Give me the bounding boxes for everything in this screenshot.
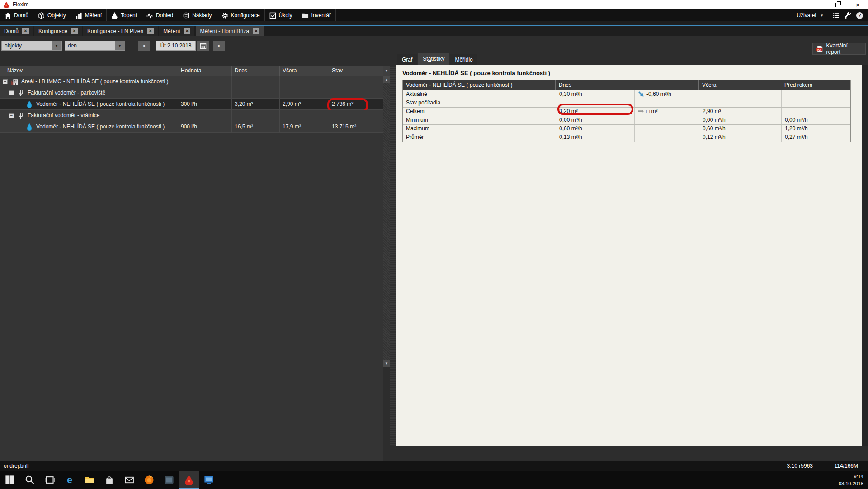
tab-close-icon[interactable]: × [147, 28, 154, 34]
cell-nazev: −Areál - LB IMMO - NEHLÍDÁ SE ( pouze ko… [0, 76, 178, 87]
menu-item-inventar[interactable]: Inventář [297, 9, 336, 21]
collapse-expander-icon[interactable]: − [9, 90, 14, 95]
calendar-icon [200, 43, 207, 49]
restore-button[interactable] [827, 0, 848, 9]
stats-column-header-trend [634, 80, 699, 90]
column-header-nazev[interactable]: Název [0, 66, 178, 76]
menu-item-topeni[interactable]: Topení [107, 9, 142, 21]
taskbar-app-store[interactable] [99, 471, 119, 489]
tab-close-icon[interactable]: × [71, 28, 78, 34]
column-header-vcera[interactable]: Včera [279, 66, 329, 76]
close-button[interactable]: × [848, 0, 868, 9]
user-menu[interactable]: Uživatel [797, 12, 816, 19]
stats-value: 0,13 m³/h [559, 134, 582, 140]
column-header-stav[interactable]: Stav [329, 66, 383, 76]
minimize-button[interactable] [807, 0, 827, 9]
menu-items: DomůObjektyMěřeníTopeníDohledNákladyKonf… [0, 9, 336, 21]
stats-dnes-value: 0,60 m³/h [556, 125, 634, 133]
taskbar-app-firefox[interactable] [139, 471, 159, 489]
tree-row-1[interactable]: −Fakturační vodoměr - parkoviště [0, 87, 383, 99]
stats-dnes-value: 0,30 m³/h [556, 90, 634, 99]
detail-tab-statistiky[interactable]: Statistiky [418, 53, 449, 65]
cell-value: 2,90 m³ [283, 99, 301, 110]
next-day-button[interactable]: ► [213, 41, 225, 51]
tree-node-label: Fakturační vodoměr - vrátnice [28, 110, 99, 121]
memory-usage: 114/166M [835, 463, 858, 469]
tab-konfigurace[interactable]: Konfigurace× [34, 26, 82, 36]
app-blue-icon [204, 475, 214, 485]
date-input[interactable]: Út 2.10.2018 [156, 41, 196, 51]
water-drop-icon [26, 101, 33, 108]
stats-vcera-value: 0,00 m³/h [699, 116, 781, 124]
minimize-icon [815, 5, 820, 5]
stats-value: 3,20 m³ [559, 108, 578, 114]
taskbar-app-flexim[interactable] [179, 471, 199, 489]
dropdown-arrow-icon[interactable]: ▼ [52, 41, 61, 50]
tree-row-2[interactable]: Vodoměr - NEHLÍDÁ SE ( pouze kontrola fu… [0, 99, 383, 110]
stats-trend [634, 116, 699, 124]
taskbar-app-edge[interactable]: e [60, 471, 80, 489]
dropdown-arrow-icon[interactable]: ▼ [115, 41, 125, 50]
svg-text:?: ? [858, 13, 861, 18]
stats-dnes-value: 3,20 m³ [556, 108, 634, 116]
detail-tab-meridlo[interactable]: Měřidlo [450, 54, 477, 65]
menu-item-objekty[interactable]: Objekty [33, 9, 71, 21]
menu-item-domu[interactable]: Domů [0, 9, 33, 21]
collapse-expander-icon[interactable]: − [3, 79, 8, 84]
collapse-expander-icon[interactable]: − [9, 113, 14, 118]
quarterly-report-button[interactable]: PDF Kvartální report [812, 43, 866, 55]
cell-stav: 13 715 m³ [329, 121, 383, 133]
restore-icon [835, 3, 840, 7]
taskbar-app-file-explorer[interactable] [80, 471, 99, 489]
column-options-button[interactable]: ▼ [383, 66, 390, 76]
tab-close-icon[interactable]: × [22, 28, 29, 34]
scroll-down-button[interactable]: ▼ [383, 360, 390, 367]
tab-konfigurace-fn-plzen[interactable]: Konfigurace - FN Plzeň× [83, 26, 158, 36]
tab-close-icon[interactable]: × [253, 28, 259, 34]
tab-close-icon[interactable]: × [184, 28, 190, 34]
period-filter-select[interactable]: den ▼ [65, 41, 125, 51]
previous-day-button[interactable]: ◄ [138, 41, 150, 51]
list-menu-icon[interactable] [832, 12, 840, 19]
tree-row-4[interactable]: Vodoměr - NEHLÍDÁ SE ( pouze kontrola fu… [0, 121, 383, 133]
tree-row-0[interactable]: −Areál - LB IMMO - NEHLÍDÁ SE ( pouze ko… [0, 76, 383, 87]
taskbar-app-app-dark[interactable] [159, 471, 179, 489]
menu-item-mereni[interactable]: Měření [71, 9, 107, 21]
objects-cube-icon [38, 12, 45, 19]
object-filter-select[interactable]: objekty ▼ [1, 41, 62, 51]
menu-item-label: Objekty [47, 12, 66, 19]
panel-splitter[interactable] [390, 66, 396, 446]
window-title: Flexim [13, 1, 28, 8]
tab-domu[interactable]: Domů× [0, 26, 33, 36]
flexim-window: Flexim × DomůObjektyMěřeníTopeníDohledNá… [0, 0, 868, 489]
column-header-hodnota[interactable]: Hodnota [178, 66, 231, 76]
cell-vcera [279, 76, 329, 87]
stats-dnes-value: 0,00 m³/h [556, 116, 634, 124]
detail-tab-graf[interactable]: Graf [397, 54, 417, 65]
tab-mereni[interactable]: Měření× [159, 26, 194, 36]
taskbar-start-button[interactable] [0, 471, 20, 489]
scrollbar-track[interactable] [383, 83, 390, 360]
report-button-label: Kvartální report [826, 43, 862, 55]
taskbar-task-view-button[interactable] [40, 471, 60, 489]
menu-item-label: Měření [85, 12, 102, 19]
tree-row-3[interactable]: −Fakturační vodoměr - vrátnice [0, 110, 383, 121]
calendar-button[interactable] [197, 41, 209, 51]
taskbar-search-button[interactable] [20, 471, 40, 489]
tree-node-label: Fakturační vodoměr - parkoviště [28, 87, 105, 99]
windows-taskbar: e 9:14 03.10.2018 [0, 471, 868, 489]
cell-nazev: −Fakturační vodoměr - parkoviště [0, 87, 178, 99]
menu-item-ukoly[interactable]: Úkoly [265, 9, 297, 21]
stats-pred-rokem-value [781, 90, 850, 99]
menu-item-konfigurace[interactable]: Konfigurace [217, 9, 265, 21]
menu-item-dohled[interactable]: Dohled [142, 9, 178, 21]
taskbar-app-app-blue[interactable] [199, 471, 219, 489]
help-icon[interactable]: ? [856, 12, 863, 19]
taskbar-app-mail[interactable] [119, 471, 139, 489]
taskbar-clock[interactable]: 9:14 03.10.2018 [839, 473, 863, 488]
menu-item-naklady[interactable]: Náklady [178, 9, 217, 21]
column-header-dnes[interactable]: Dnes [231, 66, 279, 76]
wrench-icon[interactable] [844, 12, 852, 19]
scroll-up-button[interactable]: ▲ [383, 76, 390, 83]
tab-mereni-horni-briza[interactable]: Měření - Horní Bříza× [196, 26, 264, 36]
